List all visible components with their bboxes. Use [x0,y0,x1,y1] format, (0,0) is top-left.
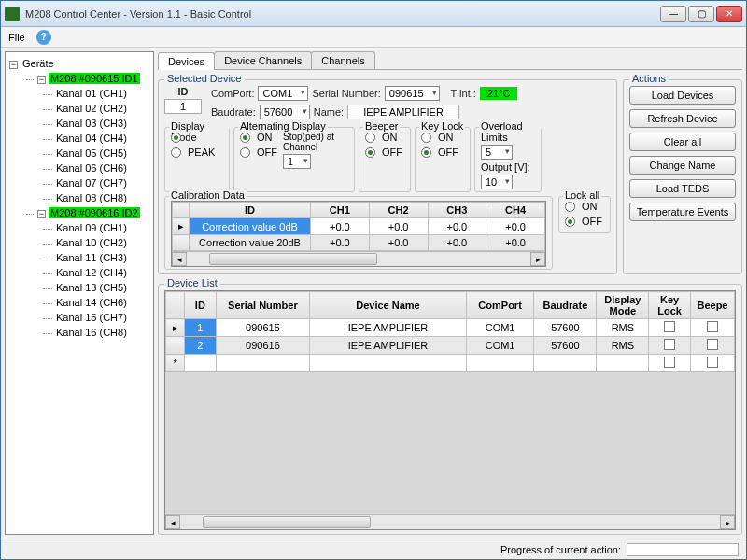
radio-lockall-off[interactable] [565,217,575,227]
tree-channel[interactable]: Kanal 04 (CH4) [54,133,129,144]
tab-channels[interactable]: Channels [311,51,374,69]
cell[interactable]: +0.0 [369,218,428,235]
tree-channel[interactable]: Kanal 08 (CH8) [54,192,129,203]
id-field[interactable]: 1 [164,99,202,114]
radio-beeper-on[interactable] [365,133,375,143]
temperature-events-button[interactable]: Temperature Events [629,203,736,221]
tree-collapse-icon[interactable]: − [9,61,18,69]
cell[interactable]: +0.0 [369,235,428,251]
col-header[interactable]: Device Name [310,292,467,319]
cell[interactable]: +0.0 [428,218,486,235]
cell[interactable]: +0.0 [311,235,370,251]
cell[interactable]: +0.0 [486,218,545,235]
col-header[interactable]: Baudrate [534,292,597,319]
radio-alt-off[interactable] [240,147,250,158]
maximize-button[interactable]: ▢ [688,6,714,22]
menu-file[interactable]: File [8,32,25,43]
change-name-button[interactable]: Change Name [629,156,736,175]
cell[interactable]: IEPE AMPLIFIER [310,337,467,355]
col-header[interactable]: ID [185,292,217,319]
close-button[interactable]: ✕ [716,6,742,22]
col-header[interactable]: CH4 [486,203,545,218]
tree-channel[interactable]: Kanal 07 (CH7) [54,177,129,189]
tree-root-label[interactable]: Geräte [21,58,56,69]
tree-channel[interactable]: Kanal 12 (CH4) [54,267,129,278]
cell[interactable]: 57600 [534,319,597,337]
col-header[interactable]: ComPort [466,292,534,319]
radio-keylock-off[interactable] [421,147,431,158]
tree-channel[interactable]: Kanal 03 (CH3) [54,118,129,129]
cell-checkbox[interactable] [690,337,734,355]
calibration-table[interactable]: ID CH1 CH2 CH3 CH4 ▸ Correction value 0d… [171,201,546,267]
radio-keylock-on[interactable] [421,133,431,143]
load-teds-button[interactable]: Load TEDS [629,179,736,198]
tree-channel[interactable]: Kanal 02 (CH2) [54,103,129,114]
cell-checkbox[interactable] [649,355,691,372]
col-header[interactable]: Display Mode [597,292,649,319]
cell[interactable]: 090615 [216,319,310,337]
sensor-select[interactable]: 5 [481,145,513,160]
cell-checkbox[interactable] [690,319,734,337]
radio-alt-on[interactable] [240,133,250,143]
tree-collapse-icon[interactable]: − [37,76,46,84]
tree-channel[interactable]: Kanal 01 (CH1) [54,88,129,99]
cell[interactable]: IEPE AMPLIFIER [310,319,467,337]
tree-device[interactable]: M208 #090616 ID2 [49,207,140,218]
col-header[interactable]: ID [190,203,311,218]
col-header[interactable]: CH1 [311,203,370,218]
stop-channel-select[interactable]: 1 [283,154,311,169]
tree-channel[interactable]: Kanal 06 (CH6) [54,162,129,174]
cell[interactable]: 090616 [216,337,310,355]
tree-channel[interactable]: Kanal 09 (CH1) [54,222,129,233]
minimize-button[interactable]: — [660,6,686,22]
col-header[interactable]: CH3 [428,203,486,218]
tab-devices[interactable]: Devices [158,52,215,70]
tree-channel[interactable]: Kanal 15 (CH7) [54,312,129,323]
tree-device[interactable]: M208 #090615 ID1 [49,73,140,84]
device-tree[interactable]: −Geräte −M208 #090615 ID1 Kanal 01 (CH1)… [5,51,154,535]
device-list-table[interactable]: ID Serial Number Device Name ComPort Bau… [164,290,736,530]
cell[interactable]: COM1 [466,319,534,337]
h-scrollbar[interactable]: ◂▸ [165,514,735,529]
output-select[interactable]: 10 [481,175,513,189]
radio-peak[interactable] [171,147,181,158]
cell[interactable]: Correction value 20dB [190,235,311,251]
cell-checkbox[interactable] [649,319,691,337]
comport-select[interactable]: COM1 [258,86,308,101]
radio-rms[interactable] [171,133,181,143]
tree-channel[interactable]: Kanal 05 (CH5) [54,147,129,159]
serial-select[interactable]: 090615 [385,86,440,101]
tree-collapse-icon[interactable]: − [37,210,46,218]
tree-channel[interactable]: Kanal 10 (CH2) [54,237,129,248]
cell-checkbox[interactable] [690,355,734,372]
cell[interactable]: Correction value 0dB [190,218,311,235]
col-header[interactable]: CH2 [369,203,428,218]
baud-select[interactable]: 57600 [260,105,310,119]
name-field[interactable]: IEPE AMPLIFIER [347,105,459,119]
radio-beeper-off[interactable] [365,147,375,158]
tree-channel[interactable]: Kanal 11 (CH3) [54,252,129,263]
col-header[interactable]: Beepe [690,292,734,319]
h-scrollbar[interactable]: ◂▸ [172,251,545,266]
cell[interactable]: +0.0 [428,235,486,251]
tree-channel[interactable]: Kanal 16 (CH8) [54,327,129,338]
cell-checkbox[interactable] [649,337,691,355]
clear-all-button[interactable]: Clear all [629,133,736,151]
load-devices-button[interactable]: Load Devices [629,86,736,105]
cell[interactable]: 57600 [534,337,597,355]
help-icon[interactable]: ? [36,30,51,45]
tree-channel[interactable]: Kanal 14 (CH6) [54,297,129,308]
col-header[interactable]: Key Lock [649,292,691,319]
radio-lockall-on[interactable] [565,202,575,212]
cell[interactable]: COM1 [466,337,534,355]
tab-device-channels[interactable]: Device Channels [214,51,312,69]
refresh-device-button[interactable]: Refresh Device [629,109,736,128]
tree-channel[interactable]: Kanal 13 (CH5) [54,282,129,293]
cell[interactable]: 1 [185,319,217,337]
cell[interactable]: +0.0 [486,235,545,251]
cell[interactable]: 2 [185,337,217,355]
col-header[interactable]: Serial Number [216,292,310,319]
cell[interactable]: RMS [597,337,649,355]
cell[interactable]: RMS [597,319,649,337]
cell[interactable]: +0.0 [311,218,370,235]
